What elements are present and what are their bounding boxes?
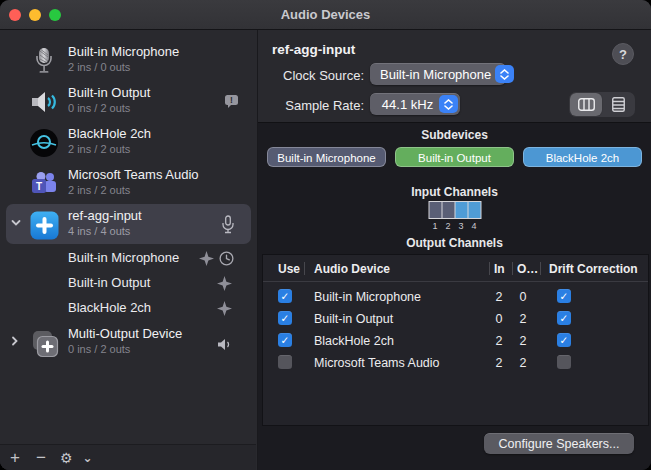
speaker-icon [28, 86, 60, 118]
clock-source-value: Built-in Microphone [380, 67, 495, 82]
output-channels-title: Output Channels [258, 236, 651, 250]
sidebar-item-multi-output-device[interactable]: Multi-Output Device 0 ins / 2 outs [0, 322, 257, 363]
signal-spark-icon [199, 251, 214, 266]
dropdown-chevrons-icon [439, 95, 458, 113]
drift-checkbox[interactable] [557, 311, 571, 325]
subdevice-table: Use Audio Device In O… Drift Correction … [262, 254, 649, 426]
svg-text:!: ! [230, 95, 233, 105]
use-checkbox[interactable] [278, 355, 292, 369]
sidebar-item-blackhole-2ch[interactable]: BlackHole 2ch 2 ins / 2 outs [0, 122, 257, 163]
col-out[interactable]: O… [517, 262, 538, 276]
columns-view-button[interactable] [570, 93, 602, 116]
channel-cell-4 [468, 202, 480, 218]
device-io: 0 ins / 2 outs [68, 102, 130, 114]
configure-speakers-button[interactable]: Configure Speakers... [484, 433, 634, 454]
subdevice-row-built-in-microphone[interactable]: Built-in Microphone [0, 246, 257, 271]
subdevice-name: Built-in Microphone [68, 250, 179, 265]
aggregate-device-icon [28, 209, 60, 241]
table-row[interactable]: Microsoft Teams Audio 2 2 [263, 352, 648, 374]
remove-device-button[interactable]: − [36, 449, 46, 466]
subdevice-name: BlackHole 2ch [68, 300, 151, 315]
sample-rate-dropdown[interactable]: 44.1 kHz [370, 93, 460, 115]
device-name: BlackHole 2ch [68, 126, 151, 141]
channel-cell-3 [455, 202, 467, 218]
sample-rate-value: 44.1 kHz [380, 97, 439, 112]
chevron-down-icon[interactable] [11, 219, 19, 227]
teams-icon: T [28, 168, 60, 200]
subdevice-pill-blackhole-2ch[interactable]: BlackHole 2ch [523, 147, 642, 167]
channel-cell-2 [442, 202, 454, 218]
sidebar-item-built-in-output[interactable]: Built-in Output 0 ins / 2 outs ! [0, 81, 257, 122]
gear-menu-button[interactable]: ⚙ [60, 451, 73, 465]
row-device: Microsoft Teams Audio [314, 356, 440, 370]
input-channels-title: Input Channels [258, 185, 651, 199]
sidebar-toolbar: + − ⚙ ⌄ [0, 444, 256, 470]
device-io: 2 ins / 0 outs [68, 61, 130, 73]
clock-source-label: Clock Source: [272, 68, 364, 83]
table-row[interactable]: BlackHole 2ch 2 2 [263, 330, 648, 352]
multi-output-icon [28, 327, 60, 359]
device-name: Microsoft Teams Audio [68, 167, 199, 182]
subdevices-title: Subdevices [258, 128, 651, 142]
device-detail-panel: ref-agg-input ? Clock Source: Built-in M… [258, 30, 651, 470]
channel-number: 2 [442, 221, 454, 231]
channel-number: 4 [468, 221, 480, 231]
device-name: Built-in Microphone [68, 44, 179, 59]
use-checkbox[interactable] [278, 333, 292, 347]
rows-view-button[interactable] [602, 93, 634, 116]
help-button[interactable]: ? [612, 43, 634, 65]
channel-cell-1 [429, 202, 441, 218]
alert-bubble-icon: ! [224, 94, 239, 109]
detail-header: ref-agg-input ? Clock Source: Built-in M… [258, 30, 651, 122]
dropdown-chevrons-icon [495, 65, 514, 83]
row-in: 2 [491, 290, 507, 304]
page-title: ref-agg-input [272, 42, 355, 57]
use-checkbox[interactable] [278, 311, 292, 325]
col-in[interactable]: In [494, 262, 505, 276]
table-row[interactable]: Built-in Microphone 2 0 [263, 286, 648, 308]
drift-checkbox[interactable] [557, 355, 571, 369]
signal-spark-icon [217, 301, 232, 316]
window-title: Audio Devices [0, 7, 651, 22]
channel-number: 1 [429, 221, 441, 231]
device-name: Built-in Output [68, 85, 150, 100]
col-use[interactable]: Use [278, 262, 300, 276]
drift-checkbox[interactable] [557, 289, 571, 303]
subdevice-pill-built-in-output[interactable]: Built-in Output [395, 147, 514, 167]
add-device-button[interactable]: + [10, 449, 20, 466]
column-separator [489, 262, 490, 275]
sidebar-item-ref-agg-input[interactable]: ref-agg-input 4 ins / 4 outs [0, 204, 257, 245]
device-io: 0 ins / 2 outs [68, 343, 130, 355]
input-channel-strip [428, 201, 481, 219]
svg-text:T: T [36, 181, 42, 192]
column-separator [304, 262, 305, 275]
output-speaker-status-icon [217, 338, 233, 351]
row-device: Built-in Microphone [314, 290, 421, 304]
row-device: Built-in Output [314, 312, 393, 326]
channel-numbers: 1 2 3 4 [428, 221, 481, 231]
sidebar-item-built-in-microphone[interactable]: Built-in Microphone 2 ins / 0 outs [0, 40, 257, 81]
row-out: 2 [515, 334, 531, 348]
row-device: BlackHole 2ch [314, 334, 394, 348]
device-io: 2 ins / 2 outs [68, 143, 130, 155]
col-drift-correction[interactable]: Drift Correction [549, 262, 638, 276]
subdevice-name: Built-in Output [68, 275, 150, 290]
subdevice-pills: Built-in Microphone Built-in Output Blac… [258, 147, 651, 167]
subdevice-row-built-in-output[interactable]: Built-in Output [0, 271, 257, 296]
row-out: 2 [515, 312, 531, 326]
clock-source-dropdown[interactable]: Built-in Microphone [370, 63, 506, 85]
use-checkbox[interactable] [278, 289, 292, 303]
chevron-down-icon[interactable]: ⌄ [82, 452, 92, 464]
sample-rate-label: Sample Rate: [272, 98, 364, 113]
sidebar-item-microsoft-teams-audio[interactable]: T Microsoft Teams Audio 2 ins / 2 outs [0, 163, 257, 204]
chevron-right-icon[interactable] [11, 336, 19, 344]
column-separator [540, 262, 541, 275]
subdevice-row-blackhole-2ch[interactable]: BlackHole 2ch [0, 296, 257, 321]
channel-number: 3 [455, 221, 467, 231]
col-audio-device[interactable]: Audio Device [314, 262, 390, 276]
device-name: Multi-Output Device [68, 326, 182, 341]
table-row[interactable]: Built-in Output 0 2 [263, 308, 648, 330]
device-name: ref-agg-input [68, 208, 142, 223]
subdevice-pill-built-in-microphone[interactable]: Built-in Microphone [267, 147, 386, 167]
drift-checkbox[interactable] [557, 333, 571, 347]
